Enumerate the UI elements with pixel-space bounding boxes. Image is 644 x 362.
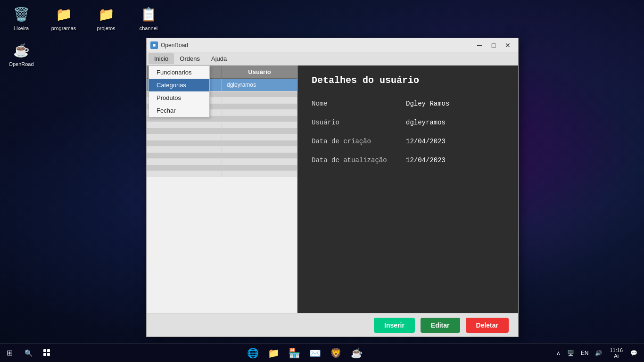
cell-usuario [222, 110, 297, 115]
detail-nome-label: Nome [312, 100, 406, 107]
detail-atualizacao-label: Data de atualização [312, 156, 406, 164]
desktop-icon-channel[interactable]: 📋 channel [132, 5, 165, 31]
cell-usuario [222, 104, 297, 109]
detail-criacao-value: 12/04/2023 [406, 138, 446, 145]
detail-atualizacao-row: Data de atualização 12/04/2023 [312, 156, 504, 164]
task-view-button[interactable] [38, 344, 57, 362]
cell-usuario [222, 153, 297, 158]
table-row[interactable] [147, 171, 297, 177]
mail-icon: ✉️ [309, 347, 321, 359]
table-row[interactable] [147, 140, 297, 147]
desktop-icon-lixeira[interactable]: 🗑️ Lixeira [5, 5, 38, 31]
show-hidden-icons[interactable]: ∧ [553, 344, 563, 362]
programas-label: programas [51, 25, 76, 31]
insert-button[interactable]: Inserir [374, 318, 415, 333]
cell-nome [147, 147, 222, 152]
action-bar: Inserir Editar Deletar [147, 313, 518, 337]
svg-rect-0 [43, 349, 46, 352]
detail-nome-row: Nome Dgley Ramos [312, 100, 504, 107]
lixeira-label: Lixeira [14, 25, 29, 31]
taskbar: ⊞ 🔍 🌐 📁 🏪 ✉️ 🦁 [0, 343, 644, 362]
cell-nome [147, 140, 222, 146]
taskbar-right: ∧ 🖥️ EN 🔊 11:16 Ai 💬 [553, 344, 644, 362]
table-row[interactable] [147, 128, 297, 134]
title-bar: ■ OpenRoad ─ □ ✕ [147, 38, 518, 52]
dropdown-fechar[interactable]: Fechar [149, 104, 209, 117]
taskbar-java[interactable]: ☕ [347, 345, 366, 362]
inicio-dropdown: Funcionarios Categorias Produtos Fechar [149, 66, 210, 117]
dropdown-produtos[interactable]: Produtos [149, 91, 209, 104]
table-row[interactable] [147, 165, 297, 171]
menu-inicio[interactable]: Inicio [149, 53, 174, 64]
svg-rect-2 [43, 353, 46, 356]
detail-usuario-row: Usuário dgleyramos [312, 119, 504, 126]
cell-nome [147, 165, 222, 171]
cell-nome [147, 134, 222, 140]
volume-icon[interactable]: 🔊 [592, 344, 605, 362]
cell-usuario [222, 134, 297, 140]
projetos-label: projetos [97, 25, 115, 31]
window-controls: ─ □ ✕ [473, 40, 514, 50]
lixeira-icon: 🗑️ [12, 5, 31, 24]
cell-nome [147, 128, 222, 134]
search-button[interactable]: 🔍 [19, 344, 38, 362]
dropdown-categorias[interactable]: Categorias [149, 79, 209, 91]
browser-icon: 🦁 [330, 347, 342, 359]
table-row[interactable] [147, 122, 297, 128]
detail-criacao-row: Data de criação 12/04/2023 [312, 138, 504, 145]
cell-usuario [222, 91, 297, 97]
close-button[interactable]: ✕ [501, 40, 514, 50]
start-button[interactable]: ⊞ [0, 344, 19, 362]
svg-rect-1 [47, 349, 50, 352]
cell-nome [147, 171, 222, 177]
window-icon: ■ [150, 41, 158, 49]
detail-nome-value: Dgley Ramos [406, 100, 449, 107]
menu-ajuda[interactable]: Ajuda [206, 53, 232, 64]
language-indicator[interactable]: EN [578, 344, 592, 362]
detail-usuario-label: Usuário [312, 119, 406, 126]
taskbar-edge[interactable]: 🌐 [244, 345, 263, 362]
cell-usuario [222, 159, 297, 165]
dropdown-funcionarios[interactable]: Funcionarios [149, 66, 209, 79]
table-row[interactable] [147, 134, 297, 140]
desktop: 🗑️ Lixeira 📁 programas 📁 projetos 📋 chan… [0, 0, 644, 362]
network-icon[interactable]: 🖥️ [564, 344, 577, 362]
taskbar-store[interactable]: 🏪 [285, 345, 304, 362]
notification-center[interactable]: 💬 [627, 344, 640, 362]
window-title: OpenRoad [161, 42, 473, 49]
desktop-icon-openroad[interactable]: ☕ OpenRoad [5, 41, 38, 67]
desktop-icon-programas[interactable]: 📁 programas [47, 5, 80, 31]
minimize-button[interactable]: ─ [473, 40, 486, 50]
edit-button[interactable]: Editar [421, 318, 460, 333]
maximize-button[interactable]: □ [487, 40, 500, 50]
table-row[interactable] [147, 159, 297, 165]
svg-rect-3 [47, 353, 50, 356]
taskbar-mail[interactable]: ✉️ [306, 345, 325, 362]
openroad-icon: ☕ [12, 41, 31, 59]
taskbar-files[interactable]: 📁 [264, 345, 283, 362]
app-window: ■ OpenRoad ─ □ ✕ Inicio Ordens Ajuda Fun… [146, 38, 519, 337]
cell-usuario [222, 165, 297, 171]
cell-nome [147, 122, 222, 128]
cell-usuario: dgleyramos [222, 79, 297, 91]
cell-usuario [222, 140, 297, 146]
details-panel: Detalhes do usuário Nome Dgley Ramos Usu… [297, 66, 518, 313]
taskbar-clock[interactable]: 11:16 Ai [606, 347, 627, 359]
detail-criacao-label: Data de criação [312, 138, 406, 145]
channel-label: channel [140, 25, 158, 31]
clock-time: 11:16 [610, 347, 623, 353]
detail-atualizacao-value: 12/04/2023 [406, 156, 446, 164]
cell-nome [147, 153, 222, 158]
table-row[interactable] [147, 153, 297, 159]
edge-icon: 🌐 [247, 347, 259, 359]
cell-usuario [222, 128, 297, 134]
taskbar-browser[interactable]: 🦁 [327, 345, 346, 362]
cell-usuario [222, 147, 297, 152]
menu-ordens[interactable]: Ordens [174, 53, 206, 64]
desktop-icon-projetos[interactable]: 📁 projetos [90, 5, 123, 31]
delete-button[interactable]: Deletar [466, 318, 509, 333]
table-row[interactable] [147, 147, 297, 153]
cell-nome [147, 159, 222, 165]
details-title: Detalhes do usuário [312, 75, 504, 86]
clock-date: Ai [614, 353, 619, 359]
